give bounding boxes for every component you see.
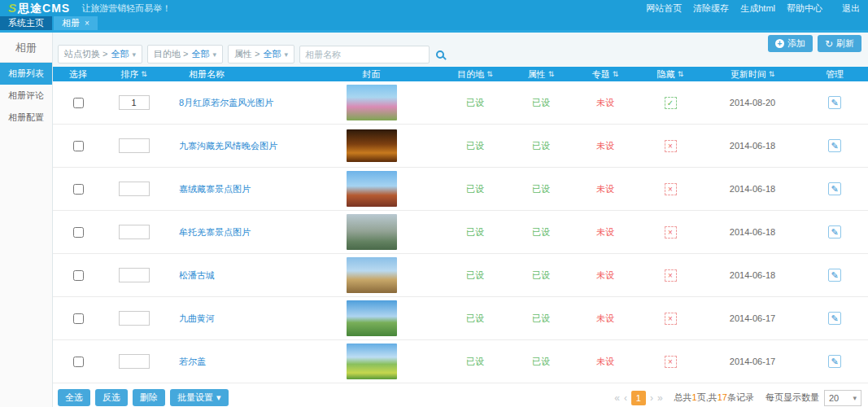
sort-icon[interactable]: ⇅ xyxy=(613,70,619,78)
header-updated[interactable]: 更新时间⇅ xyxy=(704,67,801,81)
sort-icon[interactable]: ⇅ xyxy=(769,70,775,78)
sort-input[interactable] xyxy=(119,225,150,239)
pagination-prev[interactable]: ‹ xyxy=(624,392,627,404)
row-checkbox[interactable] xyxy=(73,184,84,195)
tab-close-icon[interactable]: × xyxy=(85,19,89,28)
sort-input[interactable] xyxy=(119,354,150,369)
row-checkbox[interactable] xyxy=(73,98,84,108)
chevron-down-icon: ▾ xyxy=(216,392,221,403)
updated-date: 2014-06-17 xyxy=(730,313,775,323)
per-page-select[interactable]: 20 ▾ xyxy=(824,390,861,406)
album-name-search-input[interactable] xyxy=(299,46,430,63)
invert-selection-button[interactable]: 反选 xyxy=(95,389,128,406)
sort-input[interactable] xyxy=(119,311,150,326)
tab-system-home[interactable]: 系统主页 xyxy=(0,16,52,30)
row-checkbox[interactable] xyxy=(73,270,84,281)
sort-icon[interactable]: ⇅ xyxy=(678,70,684,78)
destination-status: 已设 xyxy=(466,356,484,368)
row-checkbox[interactable] xyxy=(73,357,84,367)
topic-status: 未设 xyxy=(596,313,614,325)
pagination-last[interactable]: » xyxy=(657,392,663,404)
delete-button[interactable]: 删除 xyxy=(133,389,165,406)
plus-icon: + xyxy=(775,39,784,48)
sidebar-item-album-config[interactable]: 相册配置 xyxy=(0,107,52,129)
hidden-toggle-icon[interactable]: × xyxy=(665,226,677,239)
tab-album[interactable]: 相册 × xyxy=(54,16,98,30)
album-name-link[interactable]: 8月红原若尔盖风光图片 xyxy=(179,97,273,109)
attribute-status: 已设 xyxy=(532,269,550,282)
search-icon[interactable] xyxy=(436,50,444,59)
album-cover-thumbnail[interactable] xyxy=(347,214,397,250)
table-row: 牟托羌寨景点图片 已设 已设 未设 × 2014-06-18 ✎ xyxy=(53,211,868,254)
destination-status: 已设 xyxy=(466,183,484,195)
album-name-link[interactable]: 若尔盖 xyxy=(179,356,206,368)
edit-icon[interactable]: ✎ xyxy=(828,269,841,282)
header-destination[interactable]: 目的地⇅ xyxy=(442,67,508,81)
sort-icon[interactable]: ⇅ xyxy=(141,70,147,78)
hidden-toggle-icon[interactable]: × xyxy=(665,183,677,195)
album-name-link[interactable]: 九曲黄河 xyxy=(179,313,215,325)
hidden-toggle-icon[interactable]: × xyxy=(665,356,677,368)
edit-icon[interactable]: ✎ xyxy=(828,182,841,195)
topic-status: 未设 xyxy=(596,140,614,152)
site-filter-dropdown[interactable]: 站点切换 >全部 ▾ xyxy=(58,45,142,63)
sort-icon[interactable]: ⇅ xyxy=(486,70,493,78)
header-hidden[interactable]: 隐藏⇅ xyxy=(637,67,704,81)
hidden-toggle-icon[interactable]: × xyxy=(665,313,677,325)
album-cover-thumbnail[interactable] xyxy=(347,300,397,336)
table-row: 若尔盖 已设 已设 未设 × 2014-06-17 ✎ xyxy=(53,340,868,383)
logo-text: 思途CMS xyxy=(18,2,70,16)
sort-input[interactable] xyxy=(119,182,150,196)
destination-filter-dropdown[interactable]: 目的地 >全部 ▾ xyxy=(147,45,223,63)
album-cover-thumbnail[interactable] xyxy=(347,257,397,293)
sort-input[interactable] xyxy=(119,95,150,110)
header-sort[interactable]: 排序⇅ xyxy=(103,67,164,81)
sort-input[interactable] xyxy=(119,138,150,153)
row-checkbox[interactable] xyxy=(73,313,84,324)
menu-logout[interactable]: 退出 xyxy=(842,2,860,15)
row-checkbox[interactable] xyxy=(73,141,84,151)
sort-input[interactable] xyxy=(119,268,150,282)
hidden-toggle-icon[interactable]: × xyxy=(665,140,677,152)
sidebar-item-album-comments[interactable]: 相册评论 xyxy=(0,85,52,107)
destination-status: 已设 xyxy=(466,140,484,152)
album-cover-thumbnail[interactable] xyxy=(347,171,397,207)
edit-icon[interactable]: ✎ xyxy=(828,225,841,239)
edit-icon[interactable]: ✎ xyxy=(828,312,841,325)
hidden-toggle-icon[interactable]: × xyxy=(665,269,677,282)
sort-icon[interactable]: ⇅ xyxy=(548,70,555,78)
album-cover-thumbnail[interactable] xyxy=(347,344,397,379)
table-row: 松潘古城 已设 已设 未设 × 2014-06-18 ✎ xyxy=(53,254,868,297)
top-bar: S 思途CMS 让旅游营销轻而易举！ 网站首页 清除缓存 生成html 帮助中心… xyxy=(0,0,868,16)
tab-strip: 系统主页 相册 × xyxy=(0,16,868,30)
attribute-filter-dropdown[interactable]: 属性 >全部 ▾ xyxy=(228,45,294,63)
album-name-link[interactable]: 九寨沟藏羌风情晚会图片 xyxy=(179,140,277,152)
edit-icon[interactable]: ✎ xyxy=(828,355,841,368)
album-name-link[interactable]: 牟托羌寨景点图片 xyxy=(179,226,251,239)
album-cover-thumbnail[interactable] xyxy=(347,85,397,120)
topic-status: 未设 xyxy=(596,356,614,368)
menu-generate-html[interactable]: 生成html xyxy=(740,2,775,15)
album-name-link[interactable]: 嘉绒藏寨景点图片 xyxy=(179,183,251,195)
select-all-button[interactable]: 全选 xyxy=(58,389,90,406)
header-manage: 管理 xyxy=(801,67,868,81)
menu-clear-cache[interactable]: 清除缓存 xyxy=(693,2,729,15)
pagination-next[interactable]: › xyxy=(650,392,653,404)
edit-icon[interactable]: ✎ xyxy=(828,96,841,109)
sidebar-item-album-list[interactable]: 相册列表 xyxy=(0,63,52,85)
header-attribute[interactable]: 属性⇅ xyxy=(508,67,574,81)
pagination-current-page[interactable]: 1 xyxy=(631,391,646,405)
hidden-toggle-icon[interactable]: ✓ xyxy=(665,97,677,109)
pagination-first[interactable]: « xyxy=(614,392,620,404)
edit-icon[interactable]: ✎ xyxy=(828,139,841,152)
header-topic[interactable]: 专题⇅ xyxy=(574,67,637,81)
album-name-link[interactable]: 松潘古城 xyxy=(179,269,215,282)
album-cover-thumbnail[interactable] xyxy=(347,129,397,162)
add-button[interactable]: + 添加 xyxy=(768,35,813,52)
menu-help-center[interactable]: 帮助中心 xyxy=(787,2,822,15)
menu-site-home[interactable]: 网站首页 xyxy=(646,2,682,15)
attribute-status: 已设 xyxy=(532,140,550,152)
row-checkbox[interactable] xyxy=(73,227,84,238)
batch-settings-button[interactable]: 批量设置 ▾ xyxy=(170,389,229,406)
refresh-button[interactable]: ↻ 刷新 xyxy=(818,35,861,52)
